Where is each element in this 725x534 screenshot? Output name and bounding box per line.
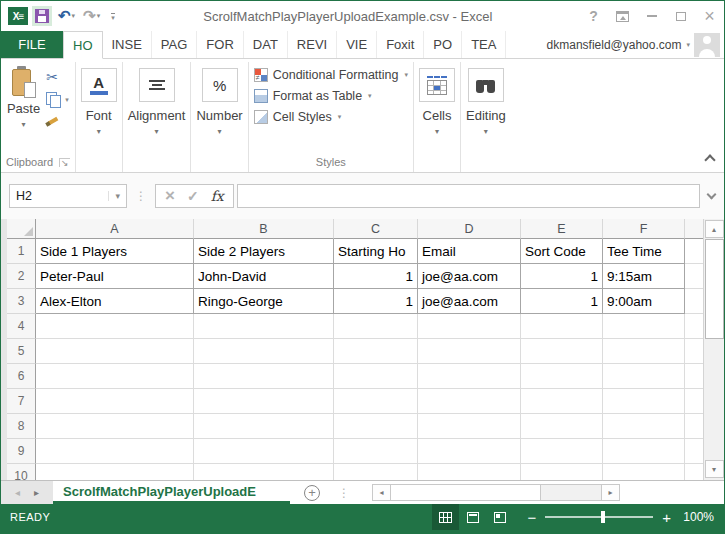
cell-b10[interactable] <box>194 464 334 480</box>
enter-icon[interactable] <box>187 187 199 205</box>
cell-f4[interactable] <box>603 314 685 339</box>
vertical-scrollbar-thumb[interactable] <box>705 239 724 339</box>
formula-bar-splitter-icon[interactable] <box>135 189 147 203</box>
tab-splitter-icon[interactable] <box>338 486 350 500</box>
copy-button[interactable] <box>46 92 69 107</box>
column-header-g-partial[interactable] <box>685 219 703 239</box>
cell-f6[interactable] <box>603 364 685 389</box>
tab-view[interactable]: VIE <box>337 31 377 58</box>
alignment-button[interactable] <box>139 68 175 102</box>
cell-e10[interactable] <box>521 464 603 480</box>
cell-b3[interactable]: Ringo-George <box>194 289 334 314</box>
conditional-formatting-button[interactable]: Conditional Formatting <box>254 68 408 82</box>
scroll-up-button[interactable] <box>705 220 724 238</box>
cancel-icon[interactable] <box>165 186 175 206</box>
insert-function-icon[interactable] <box>211 187 224 205</box>
cell-a2[interactable]: Peter-Paul <box>36 264 194 289</box>
cell-a10[interactable] <box>36 464 194 480</box>
zoom-out-button[interactable]: − <box>527 510 536 525</box>
cell-g4[interactable] <box>685 314 703 339</box>
save-button[interactable] <box>32 6 52 26</box>
cell-f5[interactable] <box>603 339 685 364</box>
cell-d9[interactable] <box>418 439 521 464</box>
clipboard-dialog-launcher-icon[interactable] <box>59 158 70 167</box>
cell-e4[interactable] <box>521 314 603 339</box>
cell-b2[interactable]: John-David <box>194 264 334 289</box>
cell-b1[interactable]: Side 2 Players <box>194 239 334 264</box>
cell-b6[interactable] <box>194 364 334 389</box>
cell-c10[interactable] <box>334 464 418 480</box>
cell-b8[interactable] <box>194 414 334 439</box>
tab-home[interactable]: HO <box>63 31 103 59</box>
font-dropdown-icon[interactable] <box>97 127 101 136</box>
cell-c8[interactable] <box>334 414 418 439</box>
cell-f10[interactable] <box>603 464 685 480</box>
minimize-button[interactable] <box>637 1 666 31</box>
cell-a9[interactable] <box>36 439 194 464</box>
column-header-b[interactable]: B <box>194 219 334 239</box>
account-menu[interactable]: dkmansfield@yahoo.com <box>547 31 724 58</box>
tab-insert[interactable]: INSE <box>103 31 152 58</box>
cell-b4[interactable] <box>194 314 334 339</box>
cell-e1[interactable]: Sort Code <box>521 239 603 264</box>
cell-b5[interactable] <box>194 339 334 364</box>
copy-dropdown-icon[interactable] <box>65 96 69 104</box>
cell-c2[interactable]: 1 <box>334 264 418 289</box>
ribbon-display-options-button[interactable] <box>608 1 637 31</box>
account-avatar[interactable] <box>694 33 720 57</box>
cell-a1[interactable]: Side 1 Players <box>36 239 194 264</box>
scroll-left-button[interactable] <box>373 485 391 500</box>
cell-e5[interactable] <box>521 339 603 364</box>
tab-foxit[interactable]: Foxit <box>377 31 424 58</box>
cell-f1[interactable]: Tee Time <box>603 239 685 264</box>
new-sheet-icon[interactable] <box>304 485 320 501</box>
cell-f2[interactable]: 9:15am <box>603 264 685 289</box>
tab-team[interactable]: TEA <box>462 31 506 58</box>
excel-logo-icon[interactable] <box>8 7 28 25</box>
formula-input[interactable] <box>237 184 700 208</box>
tab-formulas[interactable]: FOR <box>197 31 243 58</box>
collapse-ribbon-icon[interactable] <box>704 154 715 165</box>
column-header-d[interactable]: D <box>418 219 521 239</box>
page-layout-view-button[interactable] <box>459 504 486 530</box>
vertical-scrollbar[interactable] <box>703 219 724 480</box>
tab-file[interactable]: FILE <box>1 31 63 58</box>
cells-button[interactable] <box>419 68 455 102</box>
row-header-8[interactable]: 8 <box>7 414 36 439</box>
row-header-4[interactable]: 4 <box>7 314 36 339</box>
column-header-a[interactable]: A <box>36 219 194 239</box>
cell-e2[interactable]: 1 <box>521 264 603 289</box>
cell-e7[interactable] <box>521 389 603 414</box>
cell-g5[interactable] <box>685 339 703 364</box>
redo-button[interactable] <box>81 7 102 25</box>
cell-a6[interactable] <box>36 364 194 389</box>
cell-c7[interactable] <box>334 389 418 414</box>
cell-g7[interactable] <box>685 389 703 414</box>
cell-g2[interactable] <box>685 264 703 289</box>
row-header-9[interactable]: 9 <box>7 439 36 464</box>
undo-dropdown-icon[interactable] <box>72 12 76 20</box>
cell-d6[interactable] <box>418 364 521 389</box>
row-header-2[interactable]: 2 <box>7 264 36 289</box>
cell-d2[interactable]: joe@aa.com <box>418 264 521 289</box>
cell-d4[interactable] <box>418 314 521 339</box>
cell-e8[interactable] <box>521 414 603 439</box>
scroll-down-button[interactable] <box>705 460 724 478</box>
row-header-3[interactable]: 3 <box>7 289 36 314</box>
cell-f9[interactable] <box>603 439 685 464</box>
next-sheet-icon[interactable] <box>34 487 39 498</box>
select-all-button[interactable] <box>7 219 36 239</box>
expand-formula-bar-button[interactable] <box>700 194 722 198</box>
cell-d10[interactable] <box>418 464 521 480</box>
cell-g1[interactable] <box>685 239 703 264</box>
cell-d8[interactable] <box>418 414 521 439</box>
tab-review[interactable]: REVI <box>288 31 337 58</box>
column-header-c[interactable]: C <box>334 219 418 239</box>
cell-f7[interactable] <box>603 389 685 414</box>
cell-g8[interactable] <box>685 414 703 439</box>
close-button[interactable] <box>695 1 724 31</box>
horizontal-scrollbar[interactable] <box>372 484 620 501</box>
customize-qat-button[interactable] <box>106 13 117 20</box>
cell-a5[interactable] <box>36 339 194 364</box>
cells-dropdown-icon[interactable] <box>435 127 439 136</box>
